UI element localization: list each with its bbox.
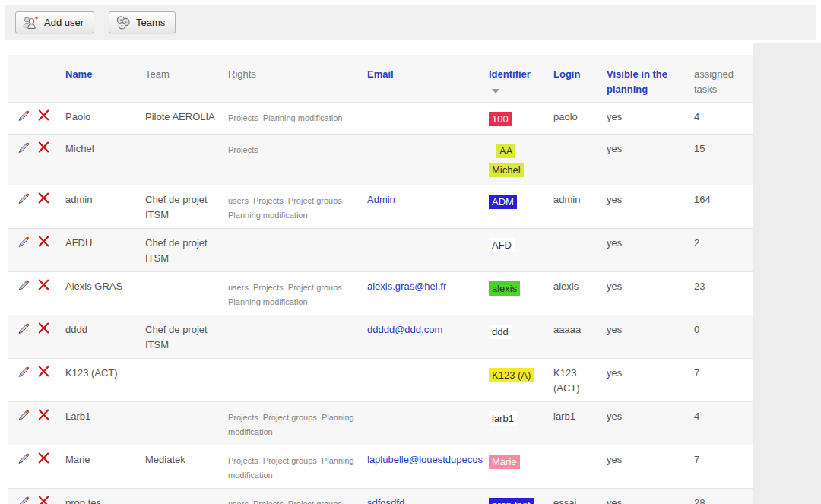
actions-column-header	[8, 55, 59, 103]
teams-button[interactable]: Teams	[109, 11, 176, 33]
delete-x-icon[interactable]	[37, 141, 52, 155]
identifier-cell: AFD	[483, 229, 547, 272]
visible-in-planning-cell: yes	[601, 315, 688, 359]
actions-cell	[8, 272, 59, 315]
column-header-rights: Rights	[222, 55, 361, 103]
edit-pencil-icon[interactable]	[17, 452, 32, 466]
delete-x-icon[interactable]	[37, 365, 52, 379]
team-cell	[139, 135, 222, 185]
column-header-name[interactable]: Name	[59, 55, 139, 103]
email-cell	[361, 402, 483, 445]
email-link[interactable]: laplubelle@louestdupecos	[367, 454, 483, 465]
table-row: AFDUChef de projet ITSMAFDyes2	[8, 229, 753, 272]
identifier-cell: ddd	[483, 315, 547, 359]
team-cell: Chef de projet ITSM	[139, 315, 222, 359]
email-cell: ddddd@ddd.com	[361, 315, 483, 359]
edit-pencil-icon[interactable]	[17, 109, 32, 123]
table-row: Larb1Projects Project groups Planning mo…	[8, 402, 753, 445]
edit-pencil-icon[interactable]	[17, 408, 32, 423]
email-link[interactable]: sdfqsdfd	[367, 497, 404, 504]
email-link[interactable]: alexis.gras@hei.fr	[367, 281, 446, 292]
table-row: ddddChef de projet ITSMddddd@ddd.comddda…	[8, 315, 753, 359]
edit-pencil-icon[interactable]	[17, 495, 32, 504]
identifier-cell: Marie	[483, 445, 547, 489]
edit-pencil-icon[interactable]	[17, 278, 32, 293]
rights-cell	[222, 359, 361, 402]
edit-pencil-icon[interactable]	[17, 322, 32, 336]
identifier-badge-line: prop test	[489, 498, 534, 504]
login-cell: admin	[547, 185, 601, 229]
identifier-cell: 100	[483, 103, 547, 135]
table-row: MarieMediatekProjects Project groups Pla…	[8, 445, 753, 489]
identifier-badge-line: alexis	[489, 281, 520, 296]
email-link[interactable]: Admin	[367, 194, 395, 205]
delete-x-icon[interactable]	[37, 192, 52, 206]
identifier-badge-line: Michel	[489, 163, 524, 177]
identifier-cell: ADM	[483, 185, 547, 229]
delete-x-icon[interactable]	[37, 408, 52, 423]
name-cell: Marie	[59, 445, 139, 489]
add-user-icon	[22, 15, 39, 30]
edit-pencil-icon[interactable]	[17, 235, 32, 249]
email-link[interactable]: ddddd@ddd.com	[367, 324, 442, 335]
table-row: K123 (ACT)K123 (A)K123 (ACT)yes7	[8, 359, 753, 402]
login-cell	[547, 135, 601, 185]
actions-cell	[8, 229, 59, 272]
column-header-identifier[interactable]: Identifier	[483, 55, 547, 103]
identifier-badge-line: larb1	[489, 411, 517, 426]
team-cell: Mediatek	[139, 445, 222, 489]
rights-cell: Projects Planning modification	[222, 103, 361, 135]
column-header-email[interactable]: Email	[361, 55, 483, 103]
column-header-team: Team	[139, 55, 222, 103]
email-cell	[361, 229, 483, 272]
email-cell	[361, 359, 483, 402]
identifier-badge: alexis	[489, 279, 520, 298]
rights-cell: users Projects Project groups Planning m…	[222, 185, 361, 229]
identifier-badge: AAMichel	[489, 141, 524, 179]
visible-in-planning-cell: yes	[601, 135, 688, 185]
delete-x-icon[interactable]	[37, 109, 52, 123]
identifier-badge: K123 (A)	[489, 366, 534, 385]
edit-pencil-icon[interactable]	[17, 192, 32, 206]
add-user-button[interactable]: Add user	[15, 11, 94, 33]
login-cell: paolo	[547, 103, 601, 135]
identifier-badge-line: AA	[496, 144, 515, 158]
sort-desc-arrow-icon[interactable]	[492, 89, 499, 94]
toolbar: Add user Teams	[5, 5, 816, 40]
delete-x-icon[interactable]	[37, 322, 52, 336]
name-cell: Paolo	[59, 103, 139, 135]
rights-cell: Projects Project groups Planning modific…	[222, 445, 361, 489]
name-cell: dddd	[59, 315, 139, 359]
column-header-login[interactable]: Login	[547, 55, 601, 103]
email-cell: laplubelle@louestdupecos	[361, 445, 483, 489]
delete-x-icon[interactable]	[37, 278, 52, 293]
email-cell	[361, 135, 483, 185]
actions-cell	[8, 103, 59, 135]
actions-cell	[8, 135, 59, 185]
name-cell: AFDU	[59, 229, 139, 272]
column-header-assigned-tasks: assigned tasks	[688, 55, 753, 103]
identifier-cell: larb1	[483, 402, 547, 445]
rights-cell: users Projects Project groups Planning m…	[222, 272, 361, 315]
email-cell	[361, 103, 483, 135]
identifier-badge: 100	[489, 109, 512, 128]
identifier-badge: ADM	[489, 192, 517, 211]
login-cell	[547, 445, 601, 489]
users-table-container: NameTeamRightsEmailIdentifierLoginVisibl…	[8, 55, 753, 504]
delete-x-icon[interactable]	[37, 452, 52, 466]
login-cell: alexis	[547, 272, 601, 315]
table-row: Alexis GRASusers Projects Project groups…	[8, 272, 753, 315]
identifier-badge-line: ADM	[489, 195, 517, 209]
edit-pencil-icon[interactable]	[17, 141, 32, 155]
delete-x-icon[interactable]	[37, 495, 52, 504]
name-cell: K123 (ACT)	[59, 359, 139, 402]
column-header-visible-in-the-planning[interactable]: Visible in the planning	[601, 55, 688, 103]
teams-label: Teams	[136, 17, 165, 28]
visible-in-planning-cell: yes	[601, 489, 688, 504]
delete-x-icon[interactable]	[37, 235, 52, 249]
column-header-label: Name	[65, 68, 92, 80]
page-side-background	[753, 43, 821, 504]
identifier-badge: prop test	[489, 496, 534, 504]
edit-pencil-icon[interactable]	[17, 365, 32, 379]
teams-icon	[116, 15, 131, 30]
